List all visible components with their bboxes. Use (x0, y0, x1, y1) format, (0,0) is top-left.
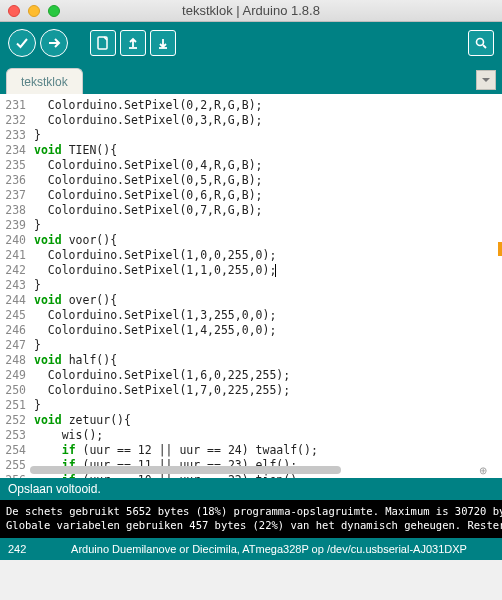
line-number: 248 (0, 353, 30, 368)
code-content: void voor(){ (30, 233, 117, 248)
code-content: Colorduino.SetPixel(1,7,0,225,255); (30, 383, 290, 398)
code-content: Colorduino.SetPixel(0,4,R,G,B); (30, 158, 262, 173)
line-number: 233 (0, 128, 30, 143)
code-line[interactable]: 232 Colorduino.SetPixel(0,3,R,G,B); (0, 113, 502, 128)
status-header: Opslaan voltooid. (0, 478, 502, 500)
code-content: Colorduino.SetPixel(0,3,R,G,B); (30, 113, 262, 128)
horizontal-scrollbar[interactable]: ⊕ (30, 464, 488, 476)
upload-button[interactable] (40, 29, 68, 57)
code-line[interactable]: 234void TIEN(){ (0, 143, 502, 158)
code-content: void over(){ (30, 293, 117, 308)
line-number: 246 (0, 323, 30, 338)
code-line[interactable]: 246 Colorduino.SetPixel(1,4,255,0,0); (0, 323, 502, 338)
code-content: Colorduino.SetPixel(0,5,R,G,B); (30, 173, 262, 188)
code-line[interactable]: 238 Colorduino.SetPixel(0,7,R,G,B); (0, 203, 502, 218)
code-line[interactable]: 240void voor(){ (0, 233, 502, 248)
code-line[interactable]: 236 Colorduino.SetPixel(0,5,R,G,B); (0, 173, 502, 188)
code-line[interactable]: 253 wis(); (0, 428, 502, 443)
verify-button[interactable] (8, 29, 36, 57)
titlebar: tekstklok | Arduino 1.8.8 (0, 0, 502, 22)
tab-tekstklok[interactable]: tekstklok (6, 68, 83, 94)
code-content: } (30, 338, 41, 353)
tab-menu-button[interactable] (476, 70, 496, 90)
code-line[interactable]: 247} (0, 338, 502, 353)
code-editor[interactable]: 231 Colorduino.SetPixel(0,2,R,G,B);232 C… (0, 94, 502, 478)
code-line[interactable]: 233} (0, 128, 502, 143)
code-content: Colorduino.SetPixel(0,2,R,G,B); (30, 98, 262, 113)
code-line[interactable]: 242 Colorduino.SetPixel(1,1,0,255,0); (0, 263, 502, 278)
line-number: 256 (0, 473, 30, 478)
code-line[interactable]: 244void over(){ (0, 293, 502, 308)
line-number-indicator: 242 (8, 543, 44, 555)
toolbar (0, 22, 502, 64)
open-sketch-button[interactable] (120, 30, 146, 56)
line-number: 240 (0, 233, 30, 248)
code-content: } (30, 278, 41, 293)
line-number: 241 (0, 248, 30, 263)
code-line[interactable]: 250 Colorduino.SetPixel(1,7,0,225,255); (0, 383, 502, 398)
line-number: 245 (0, 308, 30, 323)
code-line[interactable]: 243} (0, 278, 502, 293)
code-content: Colorduino.SetPixel(0,6,R,G,B); (30, 188, 262, 203)
board-info: Arduino Duemilanove or Diecimila, ATmega… (44, 543, 494, 555)
line-number: 249 (0, 368, 30, 383)
line-number: 253 (0, 428, 30, 443)
line-number: 232 (0, 113, 30, 128)
code-content: if (uur == 12 || uur == 24) twaalf(); (30, 443, 318, 458)
status-text: Opslaan voltooid. (8, 482, 101, 496)
code-line[interactable]: 231 Colorduino.SetPixel(0,2,R,G,B); (0, 98, 502, 113)
serial-monitor-button[interactable] (468, 30, 494, 56)
line-number: 247 (0, 338, 30, 353)
code-content: Colorduino.SetPixel(1,1,0,255,0); (30, 263, 276, 278)
save-sketch-button[interactable] (150, 30, 176, 56)
tab-label: tekstklok (21, 75, 68, 89)
svg-point-1 (477, 39, 484, 46)
code-content: Colorduino.SetPixel(1,4,255,0,0); (30, 323, 276, 338)
line-number: 250 (0, 383, 30, 398)
line-number: 235 (0, 158, 30, 173)
window-title: tekstklok | Arduino 1.8.8 (0, 3, 502, 18)
console-output[interactable]: De schets gebruikt 5652 bytes (18%) prog… (0, 500, 502, 538)
line-number: 236 (0, 173, 30, 188)
code-line[interactable]: 248void half(){ (0, 353, 502, 368)
code-content: } (30, 128, 41, 143)
code-content: void zetuur(){ (30, 413, 131, 428)
line-number: 251 (0, 398, 30, 413)
code-content: Colorduino.SetPixel(1,0,0,255,0); (30, 248, 276, 263)
code-line[interactable]: 252void zetuur(){ (0, 413, 502, 428)
line-number: 239 (0, 218, 30, 233)
line-number: 231 (0, 98, 30, 113)
code-content: Colorduino.SetPixel(1,3,255,0,0); (30, 308, 276, 323)
console-line: De schets gebruikt 5652 bytes (18%) prog… (6, 504, 496, 518)
new-sketch-button[interactable] (90, 30, 116, 56)
code-content: } (30, 218, 41, 233)
code-line[interactable]: 241 Colorduino.SetPixel(1,0,0,255,0); (0, 248, 502, 263)
code-line[interactable]: 254 if (uur == 12 || uur == 24) twaalf()… (0, 443, 502, 458)
line-number: 237 (0, 188, 30, 203)
code-line[interactable]: 235 Colorduino.SetPixel(0,4,R,G,B); (0, 158, 502, 173)
code-content: wis(); (30, 428, 103, 443)
code-line[interactable]: 249 Colorduino.SetPixel(1,6,0,225,255); (0, 368, 502, 383)
line-number: 252 (0, 413, 30, 428)
scroll-marker (498, 242, 502, 256)
code-line[interactable]: 237 Colorduino.SetPixel(0,6,R,G,B); (0, 188, 502, 203)
line-number: 243 (0, 278, 30, 293)
code-content: } (30, 398, 41, 413)
code-line[interactable]: 251} (0, 398, 502, 413)
line-number: 238 (0, 203, 30, 218)
code-content: void TIEN(){ (30, 143, 117, 158)
line-number: 244 (0, 293, 30, 308)
code-line[interactable]: 239} (0, 218, 502, 233)
code-content: void half(){ (30, 353, 117, 368)
line-number: 234 (0, 143, 30, 158)
code-content: Colorduino.SetPixel(0,7,R,G,B); (30, 203, 262, 218)
code-content: Colorduino.SetPixel(1,6,0,225,255); (30, 368, 290, 383)
code-line[interactable]: 245 Colorduino.SetPixel(1,3,255,0,0); (0, 308, 502, 323)
line-number: 255 (0, 458, 30, 473)
line-number: 254 (0, 443, 30, 458)
tab-bar: tekstklok (0, 64, 502, 94)
console-line: Globale variabelen gebruiken 457 bytes (… (6, 518, 496, 532)
line-number: 242 (0, 263, 30, 278)
footer: 242 Arduino Duemilanove or Diecimila, AT… (0, 538, 502, 560)
